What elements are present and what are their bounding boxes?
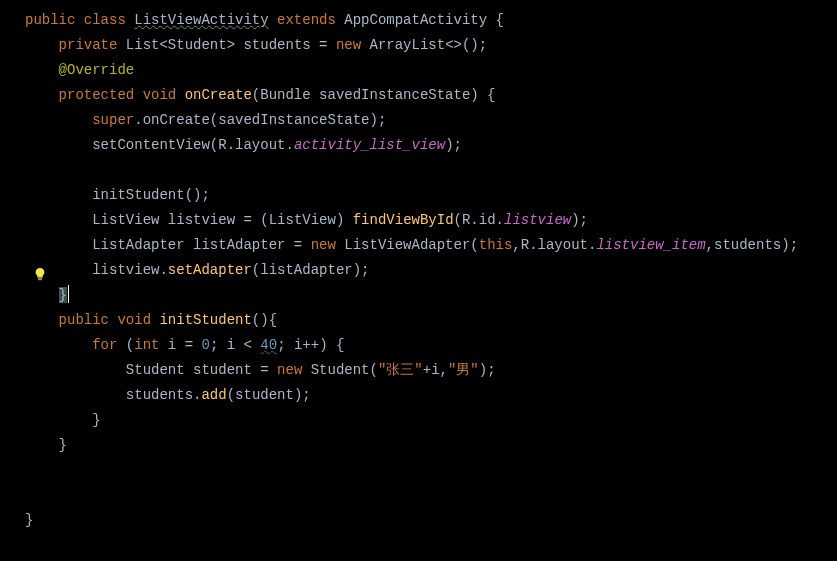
code-line[interactable]: [25, 483, 837, 508]
keyword: protected: [59, 87, 143, 103]
type: Student: [126, 362, 193, 378]
type: ListView: [92, 212, 168, 228]
code-line[interactable]: ListAdapter listAdapter = new ListViewAd…: [25, 233, 837, 258]
variable: students: [126, 387, 193, 403]
method-call: onCreate: [143, 112, 210, 128]
method-call: setContentView: [92, 137, 210, 153]
variable: listAdapter: [193, 237, 285, 253]
keyword: void: [117, 312, 159, 328]
svg-rect-0: [38, 278, 42, 280]
code-line[interactable]: students.add(student);: [25, 383, 837, 408]
param-name: savedInstanceState: [319, 87, 470, 103]
brace: {: [487, 12, 504, 28]
constructor: Student: [311, 362, 370, 378]
variable: listview: [168, 212, 235, 228]
code-line[interactable]: }: [25, 433, 837, 458]
text-cursor: [68, 285, 69, 303]
keyword-this: this: [479, 237, 513, 253]
code-line[interactable]: public void initStudent(){: [25, 308, 837, 333]
code-line[interactable]: protected void onCreate(Bundle savedInst…: [25, 83, 837, 108]
argument: student: [235, 387, 294, 403]
code-line[interactable]: @Override: [25, 58, 837, 83]
method-call: findViewById: [353, 212, 454, 228]
code-line[interactable]: super.onCreate(savedInstanceState);: [25, 108, 837, 133]
keyword-int: int: [134, 337, 168, 353]
code-line[interactable]: }: [25, 508, 837, 533]
method-call: initStudent: [92, 187, 184, 203]
variable: student: [193, 362, 252, 378]
string-literal: "男": [448, 362, 479, 378]
resource-id: listview: [504, 212, 571, 228]
type: ListAdapter: [92, 237, 193, 253]
string-literal: "张三": [378, 362, 423, 378]
code-line[interactable]: ListView listview = (ListView) findViewB…: [25, 208, 837, 233]
code-line[interactable]: Student student = new Student("张三"+i,"男"…: [25, 358, 837, 383]
code-line[interactable]: }: [25, 283, 837, 308]
keyword-new: new: [311, 237, 345, 253]
constructor: ListViewAdapter: [344, 237, 470, 253]
method-call: add: [201, 387, 226, 403]
code-line[interactable]: [25, 458, 837, 483]
code-line[interactable]: public class ListViewActivity extends Ap…: [25, 8, 837, 33]
code-line[interactable]: setContentView(R.layout.activity_list_vi…: [25, 133, 837, 158]
code-editor[interactable]: public class ListViewActivity extends Ap…: [0, 8, 837, 533]
intention-bulb-icon[interactable]: [33, 265, 47, 279]
argument: listAdapter: [260, 262, 352, 278]
method-name: onCreate: [185, 87, 252, 103]
resource-id: activity_list_view: [294, 137, 445, 153]
code-line[interactable]: }: [25, 408, 837, 433]
code-line[interactable]: for (int i = 0; i < 40; i++) {: [25, 333, 837, 358]
keyword: public: [25, 12, 84, 28]
type: List: [126, 37, 160, 53]
variable: listview: [92, 262, 159, 278]
keyword-new: new: [336, 37, 370, 53]
number-literal: 40: [260, 337, 277, 353]
resource-id: listview_item: [596, 237, 705, 253]
brace: }: [25, 512, 33, 528]
brace: }: [59, 287, 67, 303]
number: 0: [201, 337, 209, 353]
brace: }: [59, 437, 67, 453]
argument: students: [714, 237, 781, 253]
generic-type: Student: [168, 37, 227, 53]
class-name: ListViewActivity: [134, 12, 268, 28]
code-line[interactable]: listview.setAdapter(listAdapter);: [25, 258, 837, 283]
keyword-new: new: [277, 362, 311, 378]
keyword: private: [59, 37, 126, 53]
keyword: extends: [269, 12, 345, 28]
keyword: void: [143, 87, 185, 103]
code-line[interactable]: initStudent();: [25, 183, 837, 208]
keyword: class: [84, 12, 134, 28]
brace: }: [92, 412, 100, 428]
cast-type: ListView: [269, 212, 336, 228]
code-line[interactable]: [25, 158, 837, 183]
param-type: Bundle: [260, 87, 319, 103]
annotation: @Override: [59, 62, 135, 78]
method-call: setAdapter: [168, 262, 252, 278]
keyword: public: [59, 312, 118, 328]
parent-class: AppCompatActivity: [344, 12, 487, 28]
keyword-super: super: [92, 112, 134, 128]
argument: savedInstanceState: [218, 112, 369, 128]
variable: students: [243, 37, 310, 53]
method-name: initStudent: [159, 312, 251, 328]
constructor: ArrayList: [370, 37, 446, 53]
code-line[interactable]: private List<Student> students = new Arr…: [25, 33, 837, 58]
keyword-for: for: [92, 337, 126, 353]
